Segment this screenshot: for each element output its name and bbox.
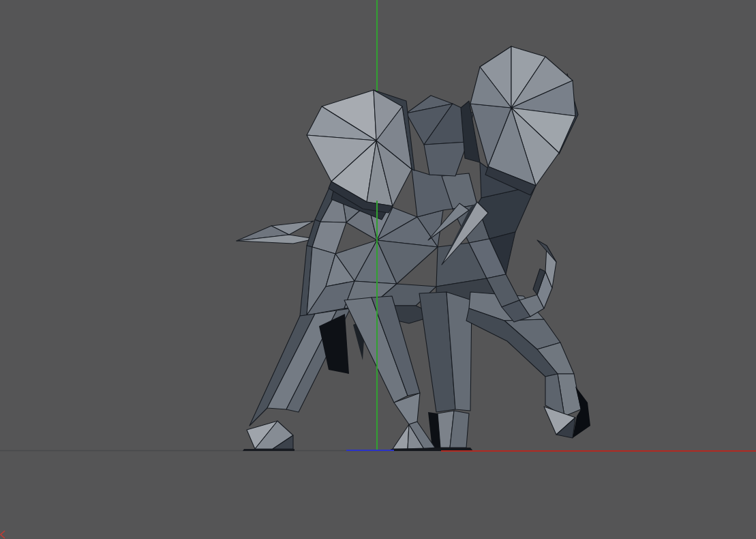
head-face (424, 142, 468, 176)
clipped-axis-gizmo (1, 531, 5, 538)
front-left-foot-face (393, 424, 409, 449)
elephant-mesh (237, 46, 590, 451)
scene-canvas[interactable] (0, 0, 756, 539)
foot-shadow-face (243, 449, 294, 451)
viewport-3d[interactable] (0, 0, 756, 539)
